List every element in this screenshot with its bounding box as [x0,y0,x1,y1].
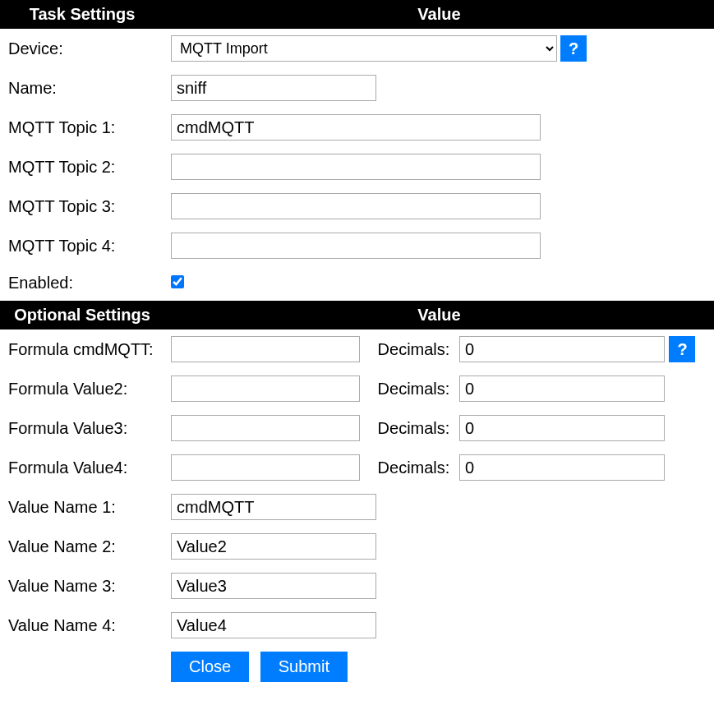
label-mqtt-topic-2: MQTT Topic 2: [0,147,164,187]
formula-value3-input[interactable] [171,415,360,441]
label-decimals-3: Decimals: [378,419,450,438]
settings-table: Task Settings Value Device: MQTT Import … [0,0,714,689]
label-mqtt-topic-3: MQTT Topic 3: [0,187,164,226]
header-value-2: Value [164,301,714,329]
header-value-1: Value [164,0,714,29]
label-decimals-4: Decimals: [378,458,450,477]
label-mqtt-topic-4: MQTT Topic 4: [0,226,164,265]
decimals-value3-input[interactable] [459,415,665,441]
label-value-name-1: Value Name 1: [0,487,164,527]
decimals-value2-input[interactable] [459,376,665,402]
label-enabled: Enabled: [0,265,164,301]
label-decimals-1: Decimals: [378,340,450,359]
close-button[interactable]: Close [171,652,249,682]
mqtt-topic-3-input[interactable] [171,193,541,219]
label-value-name-2: Value Name 2: [0,527,164,566]
header-optional-settings: Optional Settings [0,301,164,329]
formula-value4-input[interactable] [171,454,360,481]
decimals-value4-input[interactable] [459,454,665,481]
label-formula-value2: Formula Value2: [0,369,164,408]
formula-help-button[interactable]: ? [669,336,695,362]
name-input[interactable] [171,75,376,101]
formula-cmdmqtt-input[interactable] [171,336,360,362]
label-decimals-2: Decimals: [378,380,450,399]
enabled-checkbox[interactable] [171,275,184,288]
label-formula-value4: Formula Value4: [0,448,164,487]
value-name-3-input[interactable] [171,573,376,599]
device-select[interactable]: MQTT Import [171,35,557,62]
label-device: Device: [0,29,164,68]
label-mqtt-topic-1: MQTT Topic 1: [0,108,164,147]
header-task-settings: Task Settings [0,0,164,29]
value-name-1-input[interactable] [171,494,376,520]
formula-value2-input[interactable] [171,376,360,402]
label-formula-cmdmqtt: Formula cmdMQTT: [0,329,164,369]
submit-button[interactable]: Submit [260,652,348,682]
label-formula-value3: Formula Value3: [0,408,164,448]
value-name-4-input[interactable] [171,612,376,638]
label-value-name-4: Value Name 4: [0,606,164,645]
value-name-2-input[interactable] [171,533,376,560]
decimals-cmdmqtt-input[interactable] [459,336,665,362]
device-help-button[interactable]: ? [560,35,587,62]
mqtt-topic-2-input[interactable] [171,154,541,180]
label-value-name-3: Value Name 3: [0,566,164,606]
mqtt-topic-4-input[interactable] [171,233,541,259]
mqtt-topic-1-input[interactable] [171,114,541,141]
label-name: Name: [0,68,164,108]
